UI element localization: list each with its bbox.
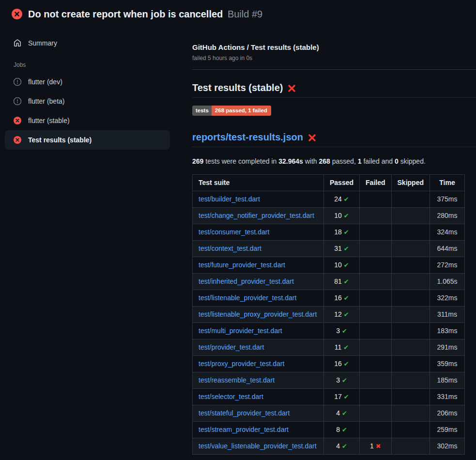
- suite-link[interactable]: test/context_test.dart: [199, 245, 261, 252]
- suite-link[interactable]: test/listenable_provider_test.dart: [199, 294, 296, 302]
- time-cell: 311ms: [430, 306, 464, 322]
- sidebar-item-label: flutter (beta): [28, 97, 64, 105]
- check-icon: ✔: [344, 212, 349, 219]
- failed-cell: [360, 355, 391, 372]
- table-row: test/listenable_provider_test.dart16✔322…: [193, 290, 465, 306]
- suite-cell: test/listenable_provider_test.dart: [193, 290, 324, 306]
- failed-cell: [360, 405, 391, 421]
- table-row: test/multi_provider_test.dart3✔183ms: [193, 322, 465, 339]
- passed-cell: 4✔: [324, 438, 360, 454]
- failed-cell: [360, 290, 391, 306]
- failed-cell: [360, 322, 391, 339]
- check-icon: ✔: [342, 377, 347, 384]
- passed-cell: 17✔: [324, 388, 360, 405]
- time-cell: 259ms: [430, 421, 464, 438]
- suite-cell: test/stream_provider_test.dart: [193, 421, 324, 438]
- suite-cell: test/provider_test.dart: [193, 339, 324, 355]
- summary-segment: skipped.: [399, 157, 426, 165]
- passed-cell: 11✔: [324, 339, 360, 355]
- summary-segment: passed,: [330, 157, 358, 165]
- job-list: flutter (dev)flutter (beta)flutter (stab…: [5, 72, 170, 150]
- skipped-cell: [391, 207, 430, 224]
- failed-cell: [360, 240, 391, 257]
- x-circle-icon: [14, 117, 21, 124]
- report-link[interactable]: reports/test-results.json: [192, 132, 303, 143]
- check-icon: ✔: [344, 245, 349, 252]
- summary-segment: 1: [358, 157, 362, 165]
- x-circle-icon: [14, 136, 21, 144]
- skipped-cell: [391, 224, 430, 240]
- failed-cell: [360, 191, 391, 207]
- suite-link[interactable]: test/listenable_proxy_provider_test.dart: [199, 310, 317, 318]
- table-row: test/consumer_test.dart18✔324ms: [193, 224, 465, 240]
- suite-link[interactable]: test/stream_provider_test.dart: [199, 426, 289, 433]
- suite-cell: test/future_provider_test.dart: [193, 257, 324, 273]
- check-icon: ✔: [343, 344, 349, 351]
- column-header: Skipped: [391, 174, 430, 191]
- passed-cell: 4✔: [324, 405, 360, 421]
- skipped-cell: [391, 438, 430, 454]
- skipped-cell: [391, 240, 430, 257]
- suite-cell: test/listenable_proxy_provider_test.dart: [193, 306, 324, 322]
- check-icon: ✔: [344, 393, 349, 400]
- cross-icon: ✖: [376, 443, 381, 450]
- sidebar-item-job[interactable]: flutter (beta): [5, 92, 170, 111]
- summary-segment: with: [303, 157, 319, 165]
- passed-cell: 31✔: [324, 240, 360, 257]
- table-row: test/selector_test.dart17✔331ms: [193, 388, 465, 405]
- check-icon: ✔: [342, 443, 347, 450]
- passed-cell: 3✔: [324, 372, 360, 388]
- failed-cell: 1✖: [360, 438, 391, 454]
- jobs-section-label: Jobs: [14, 61, 170, 68]
- time-cell: 185ms: [430, 372, 464, 388]
- check-icon: ✔: [344, 294, 349, 302]
- check-icon: ✔: [344, 278, 349, 285]
- suite-link[interactable]: test/builder_test.dart: [199, 195, 260, 203]
- suite-link[interactable]: test/future_provider_test.dart: [199, 261, 285, 269]
- sidebar-item-job[interactable]: flutter (dev): [5, 72, 170, 92]
- table-row: test/inherited_provider_test.dart81✔1.06…: [193, 273, 465, 290]
- suite-cell: test/value_listenable_provider_test.dart: [193, 438, 324, 454]
- column-header: Time: [430, 174, 464, 191]
- passed-cell: 18✔: [324, 224, 360, 240]
- stop-icon: [14, 78, 21, 86]
- skipped-cell: [391, 388, 430, 405]
- time-cell: 644ms: [430, 240, 464, 257]
- passed-cell: 16✔: [324, 355, 360, 372]
- check-icon: ✔: [344, 229, 349, 236]
- table-header-row: Test suitePassedFailedSkippedTime: [193, 174, 465, 191]
- x-circle-icon: [12, 9, 22, 19]
- suite-link[interactable]: test/value_listenable_provider_test.dart: [199, 442, 317, 450]
- failed-cell: [360, 224, 391, 240]
- suite-link[interactable]: test/selector_test.dart: [199, 393, 263, 400]
- check-icon: ✔: [342, 327, 347, 335]
- suite-link[interactable]: test/inherited_provider_test.dart: [199, 277, 294, 285]
- suite-link[interactable]: test/consumer_test.dart: [199, 228, 269, 236]
- suite-cell: test/builder_test.dart: [193, 191, 324, 207]
- time-cell: 331ms: [430, 388, 464, 405]
- suite-link[interactable]: test/proxy_provider_test.dart: [199, 360, 284, 368]
- table-row: test/stateful_provider_test.dart4✔206ms: [193, 405, 465, 421]
- results-table: Test suitePassedFailedSkippedTime test/b…: [192, 174, 465, 455]
- table-row: test/stream_provider_test.dart8✔259ms: [193, 421, 465, 438]
- suite-link[interactable]: test/change_notifier_provider_test.dart: [199, 212, 314, 219]
- suite-link[interactable]: test/reassemble_test.dart: [199, 376, 275, 384]
- failed-cell: [360, 207, 391, 224]
- sidebar-item-job[interactable]: flutter (stable): [5, 111, 170, 130]
- suite-link[interactable]: test/stateful_provider_test.dart: [199, 409, 290, 417]
- suite-link[interactable]: test/multi_provider_test.dart: [199, 327, 282, 335]
- sidebar-item-label: flutter (dev): [28, 78, 62, 86]
- sidebar: Summary Jobs flutter (dev)flutter (beta)…: [0, 26, 192, 150]
- table-row: test/future_provider_test.dart10✔272ms: [193, 257, 465, 273]
- table-row: test/change_notifier_provider_test.dart1…: [193, 207, 465, 224]
- suite-cell: test/proxy_provider_test.dart: [193, 355, 324, 372]
- passed-cell: 24✔: [324, 191, 360, 207]
- sidebar-item-summary[interactable]: Summary: [5, 33, 170, 53]
- sidebar-item-job[interactable]: Test results (stable): [5, 130, 170, 150]
- layout: Summary Jobs flutter (dev)flutter (beta)…: [0, 26, 476, 455]
- page-title: Do not create report when job is cancell…: [28, 9, 223, 19]
- x-mark-icon: [308, 133, 316, 141]
- suite-link[interactable]: test/provider_test.dart: [199, 343, 264, 351]
- time-cell: 272ms: [430, 257, 464, 273]
- skipped-cell: [391, 372, 430, 388]
